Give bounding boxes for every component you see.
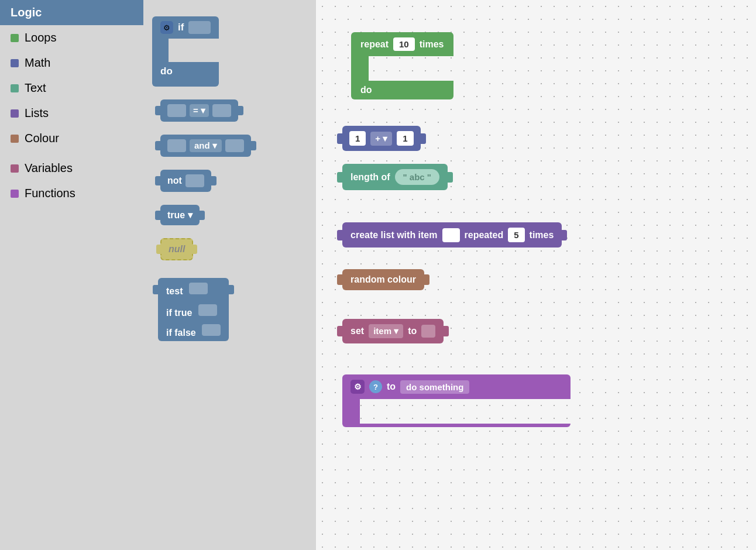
sidebar-item-functions[interactable]: Functions	[0, 181, 143, 206]
math-left: 1	[349, 131, 366, 146]
sidebar-item-colour[interactable]: Colour	[0, 126, 143, 151]
left-notch	[337, 326, 343, 336]
right-notch	[424, 274, 429, 285]
null-label: null	[169, 244, 185, 255]
if-label: if	[178, 22, 184, 33]
function-name-input[interactable]: do something	[400, 380, 469, 394]
function-to-label: to	[387, 381, 396, 392]
math-operator-dropdown[interactable]: + ▾	[370, 132, 392, 146]
sidebar-item-label: Functions	[25, 187, 75, 200]
if-slot	[188, 21, 211, 34]
left-notch	[155, 141, 161, 150]
left-notch	[337, 230, 343, 240]
repeated-label: repeated	[465, 230, 504, 240]
times-label: times	[420, 39, 444, 50]
right-notch	[211, 176, 217, 185]
sidebar-item-math[interactable]: Math	[0, 50, 143, 75]
do-tab	[377, 85, 385, 95]
left-notch	[156, 245, 162, 254]
math-dot	[11, 59, 19, 67]
right-notch	[420, 133, 426, 144]
repeat-label: repeat	[360, 39, 389, 50]
colour-dot	[11, 135, 19, 143]
right-notch	[561, 230, 567, 240]
sidebar-item-label: Variables	[25, 161, 73, 175]
sidebar-item-label: Colour	[25, 132, 59, 145]
ternary-block[interactable]: test if true if false	[158, 278, 307, 341]
list-times-label: times	[530, 230, 554, 240]
gear-icon: ⚙	[160, 21, 173, 34]
length-of-block[interactable]: length of " abc "	[342, 164, 448, 190]
blocks-panel: ⚙ if do = ▾	[143, 0, 316, 550]
and-dropdown[interactable]: and ▾	[190, 139, 222, 152]
loops-dot	[11, 34, 19, 42]
list-value: 5	[508, 228, 524, 242]
var-name-dropdown[interactable]: item ▾	[369, 324, 403, 338]
repeat-value-slot: 10	[393, 37, 415, 51]
do-label: do	[160, 66, 173, 77]
set-label: set	[350, 326, 364, 336]
ternary-iffalse-label: if false	[166, 328, 196, 338]
repeat-block[interactable]: repeat 10 times do	[351, 32, 453, 99]
left-slot	[167, 139, 186, 152]
canvas: repeat 10 times do 1 + ▾ 1 le	[316, 0, 756, 550]
lists-dot	[11, 109, 19, 118]
test-slot	[189, 283, 208, 294]
sidebar-item-label: Logic	[11, 6, 42, 19]
right-notch	[238, 106, 243, 115]
left-notch	[337, 172, 343, 183]
sidebar-item-label: Loops	[25, 31, 57, 44]
left-notch	[155, 176, 161, 185]
item-slot	[442, 228, 460, 242]
right-notch	[447, 172, 453, 183]
null-block[interactable]: null	[160, 238, 307, 260]
length-label: length of	[350, 172, 390, 183]
equals-block[interactable]: = ▾	[160, 99, 307, 122]
do-tab	[177, 66, 184, 77]
random-colour-block[interactable]: random colour	[342, 269, 424, 290]
value-slot	[421, 325, 435, 338]
not-block[interactable]: not	[160, 170, 307, 192]
left-slot	[167, 104, 186, 117]
sidebar: Logic Loops Math Text Lists Colour Varia…	[0, 0, 143, 550]
left-notch	[337, 133, 343, 144]
true-block[interactable]: true ▾	[160, 205, 307, 225]
right-slot	[225, 139, 244, 152]
right-notch	[191, 245, 197, 254]
function-help-icon: ?	[369, 380, 382, 393]
create-list-block[interactable]: create list with item repeated 5 times	[342, 222, 562, 248]
sidebar-item-label: Math	[25, 56, 50, 70]
text-dot	[11, 84, 19, 92]
abc-value: " abc "	[395, 169, 439, 185]
math-right: 1	[397, 131, 413, 146]
sidebar-item-label: Lists	[25, 106, 49, 120]
left-notch	[155, 106, 161, 115]
variables-dot	[11, 164, 19, 173]
sidebar-item-text[interactable]: Text	[0, 75, 143, 101]
right-notch	[443, 326, 449, 336]
not-label: not	[167, 176, 182, 186]
right-slot	[212, 104, 231, 117]
and-block[interactable]: and ▾	[160, 135, 307, 157]
sidebar-item-logic[interactable]: Logic	[0, 0, 143, 25]
iftrue-slot	[198, 304, 217, 316]
if-block[interactable]: ⚙ if do	[152, 16, 307, 87]
functions-dot	[11, 190, 19, 198]
sidebar-item-loops[interactable]: Loops	[0, 25, 143, 50]
sidebar-item-label: Text	[25, 81, 46, 95]
left-notch	[153, 285, 159, 294]
do-label: do	[360, 85, 372, 95]
create-list-label: create list with item	[350, 230, 438, 240]
sidebar-item-lists[interactable]: Lists	[0, 101, 143, 126]
sidebar-item-variables[interactable]: Variables	[0, 156, 143, 181]
math-add-block[interactable]: 1 + ▾ 1	[342, 126, 421, 151]
function-block[interactable]: ⚙ ? to do something	[342, 374, 571, 427]
ternary-iftrue-label: if true	[166, 308, 192, 318]
equals-dropdown[interactable]: = ▾	[190, 104, 209, 117]
left-notch	[155, 211, 161, 220]
right-notch	[199, 211, 205, 220]
to-label: to	[408, 326, 417, 336]
ternary-test-label: test	[166, 286, 183, 296]
set-variable-block[interactable]: set item ▾ to	[342, 319, 444, 343]
true-dropdown[interactable]: true ▾	[167, 209, 193, 221]
